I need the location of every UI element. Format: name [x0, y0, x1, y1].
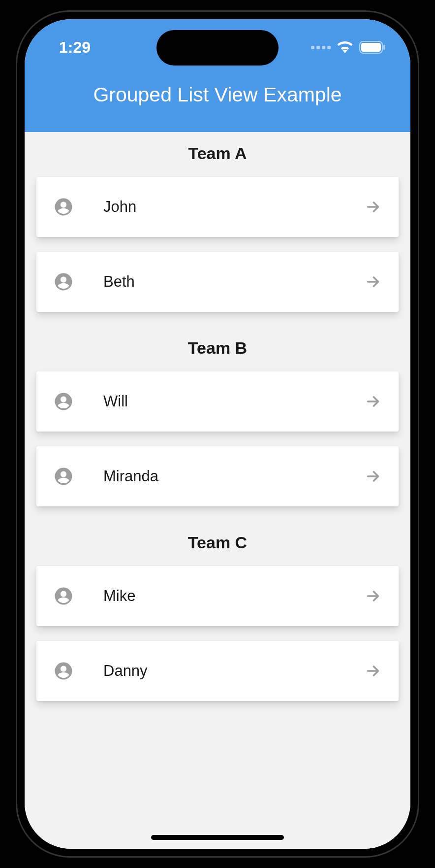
list-item[interactable]: Miranda — [36, 446, 399, 506]
list-item-label: Danny — [103, 662, 364, 680]
list-item[interactable]: Will — [36, 371, 399, 432]
screen: 1:29 Grouped List View Example Team A — [25, 19, 410, 849]
list-item[interactable]: Mike — [36, 566, 399, 626]
home-indicator[interactable] — [151, 835, 284, 840]
device-frame: 1:29 Grouped List View Example Team A — [16, 10, 419, 858]
avatar-icon — [53, 661, 74, 681]
list-item[interactable]: John — [36, 177, 399, 237]
list-item-label: Beth — [103, 273, 364, 291]
avatar-icon — [53, 391, 74, 412]
chevron-right-icon — [364, 198, 382, 216]
section-header-team-b: Team B — [25, 327, 410, 371]
content-scroll[interactable]: Team A John Beth Team B Will Miranda — [25, 132, 410, 849]
notch — [156, 30, 279, 66]
chevron-right-icon — [364, 273, 382, 291]
list-item-label: Mike — [103, 587, 364, 605]
app-header: Grouped List View Example — [25, 68, 410, 132]
list-item[interactable]: Beth — [36, 252, 399, 312]
avatar-icon — [53, 197, 74, 217]
status-time: 1:29 — [59, 38, 91, 57]
section-header-team-c: Team C — [25, 521, 410, 566]
status-right — [311, 41, 386, 54]
list-item-label: Will — [103, 393, 364, 410]
wifi-icon — [337, 41, 353, 53]
chevron-right-icon — [364, 393, 382, 410]
avatar-icon — [53, 466, 74, 487]
svg-rect-2 — [383, 45, 385, 50]
page-title: Grouped List View Example — [34, 83, 401, 106]
battery-icon — [359, 41, 386, 54]
avatar-icon — [53, 586, 74, 606]
chevron-right-icon — [364, 587, 382, 605]
chevron-right-icon — [364, 467, 382, 485]
chevron-right-icon — [364, 662, 382, 680]
list-item-label: John — [103, 198, 364, 216]
list-item[interactable]: Danny — [36, 641, 399, 701]
cellular-signal-icon — [311, 46, 331, 49]
avatar-icon — [53, 271, 74, 292]
svg-rect-1 — [361, 43, 381, 52]
list-item-label: Miranda — [103, 467, 364, 485]
section-header-team-a: Team A — [25, 132, 410, 177]
